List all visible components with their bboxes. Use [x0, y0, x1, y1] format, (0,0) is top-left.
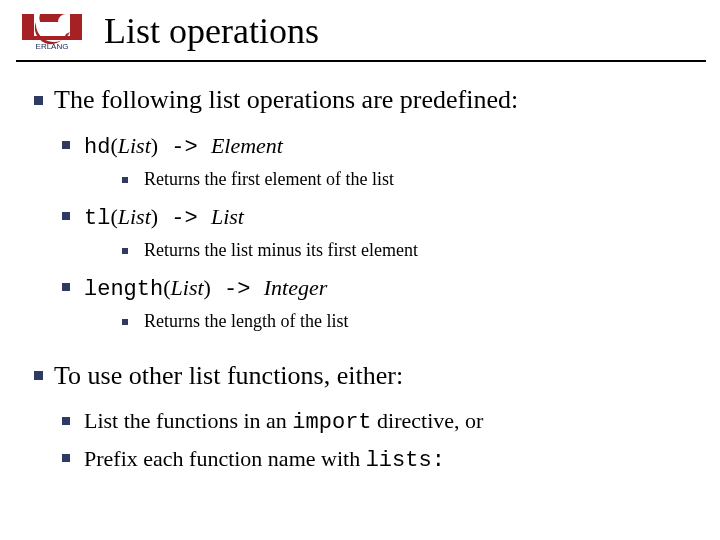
- op-tl-arg: List: [118, 204, 151, 229]
- text-pre: List the functions in an: [84, 408, 292, 433]
- code-lists-prefix: lists:: [366, 448, 445, 473]
- slide-title: List operations: [104, 10, 319, 52]
- op-tl-name: tl: [84, 206, 110, 231]
- svg-text:ERLANG: ERLANG: [36, 42, 69, 50]
- slide: ERLANG List operations The following lis…: [0, 0, 720, 540]
- op-hd: hd(List) -> Element: [58, 131, 700, 163]
- arrow: ->: [211, 277, 264, 302]
- other-item-prefix: Prefix each function name with lists:: [58, 444, 700, 476]
- paren-close: ): [204, 275, 211, 300]
- content-area: The following list operations are predef…: [30, 84, 700, 482]
- op-hd-desc: Returns the first element of the list: [118, 168, 700, 191]
- op-tl-ret: List: [211, 204, 244, 229]
- op-length-name: length: [84, 277, 163, 302]
- arrow: ->: [158, 135, 211, 160]
- op-length: length(List) -> Integer: [58, 273, 700, 305]
- other-item-import: List the functions in an import directiv…: [58, 406, 700, 438]
- section-other-heading: To use other list functions, either:: [30, 360, 700, 393]
- paren-open: (: [110, 204, 117, 229]
- text-pre: Prefix each function name with: [84, 446, 366, 471]
- arrow: ->: [158, 206, 211, 231]
- text-post: directive, or: [372, 408, 484, 433]
- other-list: List the functions in an import directiv…: [58, 406, 700, 475]
- section-predefined-heading: The following list operations are predef…: [30, 84, 700, 117]
- op-tl: tl(List) -> List: [58, 202, 700, 234]
- svg-rect-2: [22, 36, 82, 40]
- erlang-logo: ERLANG: [22, 14, 82, 50]
- paren-open: (: [163, 275, 170, 300]
- op-length-arg: List: [171, 275, 204, 300]
- op-hd-name: hd: [84, 135, 110, 160]
- paren-close: ): [151, 204, 158, 229]
- op-hd-ret: Element: [211, 133, 283, 158]
- op-length-desc: Returns the length of the list: [118, 310, 700, 333]
- op-hd-arg: List: [118, 133, 151, 158]
- op-length-ret: Integer: [264, 275, 328, 300]
- paren-open: (: [110, 133, 117, 158]
- code-import: import: [292, 410, 371, 435]
- title-underline: [16, 60, 706, 62]
- predefined-list: hd(List) -> Element Returns the first el…: [58, 131, 700, 334]
- paren-close: ): [151, 133, 158, 158]
- op-tl-desc: Returns the list minus its first element: [118, 239, 700, 262]
